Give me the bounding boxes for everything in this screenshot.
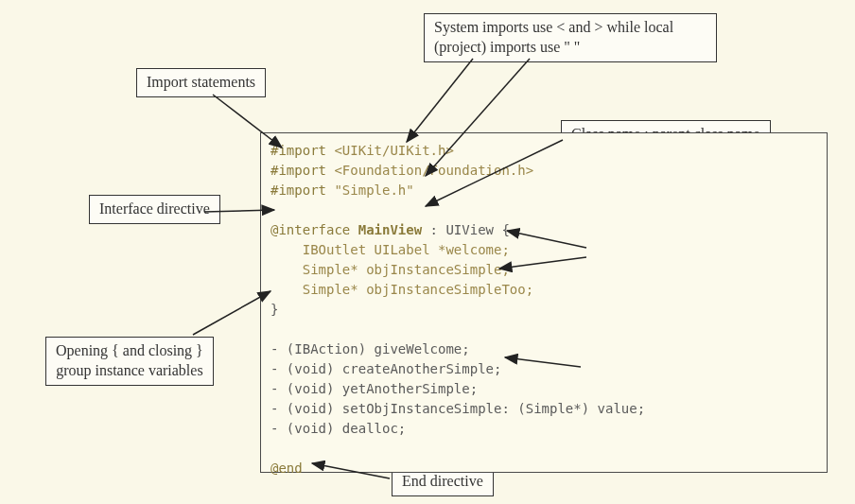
code-method: - (void) createAnotherSimple; [270, 361, 501, 376]
code-content: #import <UIKit/UIKit.h> #import <Foundat… [270, 141, 817, 478]
code-interface-kw: @interface [270, 222, 350, 237]
code-method: - (void) dealloc; [270, 421, 406, 436]
label-opening-closing: Opening { and closing } group instance v… [45, 337, 214, 386]
code-import-kw: #import [270, 143, 334, 158]
code-ivar: Simple* objInstanceSimple; [270, 262, 510, 277]
code-ivar: Simple* objInstanceSimpleToo; [270, 282, 533, 297]
code-ivar: IBOutlet UILabel *welcome; [270, 242, 510, 257]
code-interface-rest: : UIView { [422, 222, 510, 237]
arrow [407, 59, 473, 142]
code-method: - (IBAction) giveWelcome; [270, 341, 470, 356]
code-class-name: MainView [350, 222, 422, 237]
code-import-lib: <UIKit/UIKit.h> [334, 143, 453, 158]
code-end-kw: @end [270, 461, 303, 476]
label-import-statements: Import statements [136, 68, 266, 97]
code-panel: #import <UIKit/UIKit.h> #import <Foundat… [260, 132, 828, 473]
code-import-lib: "Simple.h" [334, 182, 413, 198]
label-interface-directive: Interface directive [89, 195, 220, 224]
arrow [193, 291, 270, 335]
code-method: - (void) setObjInstanceSimple: (Simple*)… [270, 401, 645, 416]
code-import-kw: #import [270, 182, 334, 198]
code-import-kw: #import [270, 163, 334, 178]
label-system-imports: System imports use < and > while local (… [424, 13, 717, 62]
code-brace: } [270, 302, 278, 317]
code-import-lib: <Foundation/Foundation.h> [334, 163, 533, 178]
code-method: - (void) yetAnotherSimple; [270, 381, 478, 396]
